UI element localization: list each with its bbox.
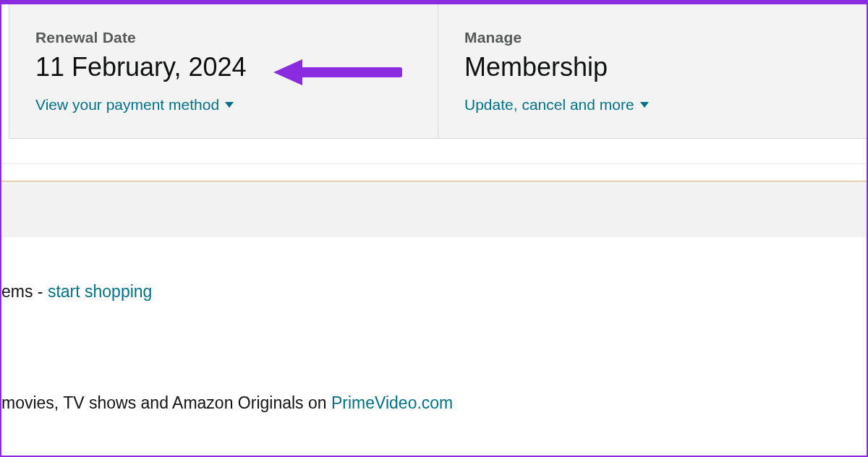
items-line: ems - start shopping: [1, 282, 152, 302]
update-cancel-link[interactable]: Update, cancel and more: [464, 96, 649, 114]
renewal-date-value: 11 February, 2024: [35, 51, 412, 83]
primevideo-line: movies, TV shows and Amazon Originals on…: [1, 393, 453, 413]
manage-value: Membership: [464, 51, 841, 83]
ems-prefix: ems -: [1, 282, 48, 301]
pv-prefix: movies, TV shows and Amazon Originals on: [1, 393, 331, 412]
chevron-down-icon: [640, 102, 649, 108]
manage-label: Manage: [464, 29, 841, 46]
renewal-label: Renewal Date: [35, 29, 412, 46]
primevideo-link[interactable]: PrimeVideo.com: [331, 393, 453, 412]
membership-cards-row: Renewal Date 11 February, 2024 View your…: [9, 4, 867, 139]
renewal-card: Renewal Date 11 February, 2024 View your…: [9, 4, 438, 138]
start-shopping-link[interactable]: start shopping: [48, 282, 152, 301]
divider: [1, 163, 867, 164]
update-cancel-text: Update, cancel and more: [464, 96, 634, 114]
view-payment-method-link[interactable]: View your payment method: [35, 96, 234, 114]
view-payment-method-text: View your payment method: [35, 96, 219, 114]
chevron-down-icon: [225, 102, 234, 108]
manage-card: Manage Membership Update, cancel and mor…: [438, 4, 867, 138]
gray-band: [1, 181, 867, 237]
